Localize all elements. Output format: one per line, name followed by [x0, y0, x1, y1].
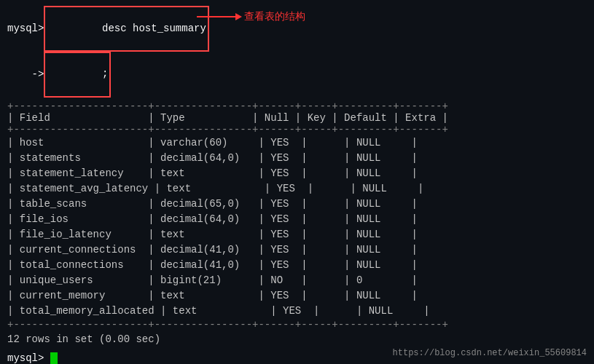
table-row: | unique_users | bigint(21) | NO | | 0 |	[7, 273, 587, 288]
continuation-prompt: ->	[7, 68, 44, 80]
table-row: | total_memory_allocated | text | YES | …	[7, 304, 587, 319]
command-section: mysql> desc host_summary -> ; 查看表的结构	[7, 6, 587, 98]
mysql-prompt-text: mysql>	[7, 352, 50, 364]
command-second-line: -> ;	[7, 52, 587, 98]
table-header-row: | Field | Type | Null | Key | Default | …	[7, 112, 587, 124]
arrow-head	[235, 13, 242, 20]
table-row: | statements | decimal(64,0) | YES | | N…	[7, 151, 587, 166]
table-row: | file_ios | decimal(64,0) | YES | | NUL…	[7, 212, 587, 227]
table-body: | host | varchar(60) | YES | | NULL | | …	[7, 135, 587, 319]
table-row: | statement_avg_latency | text | YES | |…	[7, 181, 587, 197]
table-row: | statement_latency | text | YES | | NUL…	[7, 166, 587, 181]
header-text: | Field | Type | Null | Key | Default | …	[7, 112, 448, 124]
mysql-prompt-label: mysql>	[7, 23, 44, 34]
watermark: https://blog.csdn.net/weixin_55609814	[393, 348, 587, 358]
table-divider-mid: +----------------------+----------------…	[7, 124, 587, 135]
table-row: | current_connections | decimal(41,0) | …	[7, 242, 587, 258]
table-row: | table_scans | decimal(65,0) | YES | | …	[7, 197, 587, 212]
terminal-window: mysql> desc host_summary -> ; 查看表的结构 +--…	[0, 0, 594, 364]
table-row: | file_io_latency | text | YES | | NULL …	[7, 227, 587, 242]
annotation-container: 查看表的结构	[197, 10, 305, 23]
table-row: | total_connections | decimal(41,0) | YE…	[7, 258, 587, 273]
command-text-line2: ;	[96, 68, 109, 79]
table-divider-bot: +----------------------+----------------…	[7, 319, 587, 331]
cursor-block	[50, 352, 58, 364]
table-divider-top: +----------------------+----------------…	[7, 100, 587, 112]
table-row: | host | varchar(60) | YES | | NULL |	[7, 135, 587, 151]
result-line: 12 rows in set (0.00 sec)	[7, 333, 587, 345]
annotation-text: 查看表的结构	[244, 10, 305, 23]
command-text-line1: desc host_summary	[96, 23, 206, 34]
table-row: | current_memory | text | YES | | NULL |	[7, 288, 587, 304]
command-box: desc host_summary	[44, 6, 208, 52]
command-semicolon-box: ;	[44, 52, 111, 98]
arrow-shaft	[197, 16, 237, 17]
